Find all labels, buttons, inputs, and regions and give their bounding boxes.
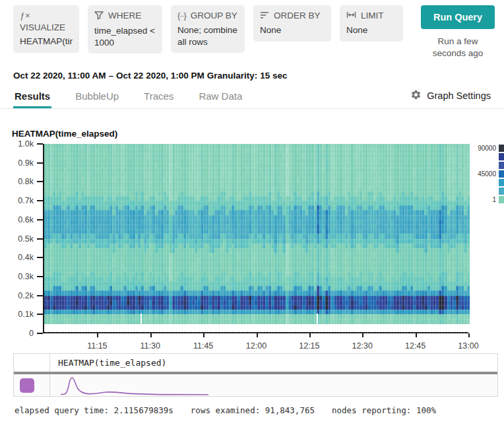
fx-icon: ƒ× <box>20 11 73 20</box>
range-icon <box>346 11 356 20</box>
y-axis-tick <box>37 143 43 145</box>
legend-value-label: 90000 <box>478 145 496 152</box>
summary-table: HEATMAP(time_elapsed) <box>13 353 498 397</box>
granularity-value: 15 sec <box>260 71 287 81</box>
group-by-label: GROUP BY <box>191 11 237 21</box>
legend-value-label: 45000 <box>478 170 496 178</box>
tab-results[interactable]: Results <box>13 90 51 108</box>
results-tab-bar: Results BubbleUp Traces Raw Data Graph S… <box>0 81 504 109</box>
visualize-value: HEATMAP(time <box>20 36 73 48</box>
chart-section: HEATMAP(time_elapsed) 00.1k0.2k0.3k0.4k0… <box>0 129 504 333</box>
query-builder-bar: ƒ× VISUALIZE HEATMAP(time WHERE time_ela… <box>0 0 504 59</box>
y-axis-tick <box>37 238 43 240</box>
curly-braces-icon: {··} <box>177 11 186 21</box>
legend-color-swatch <box>499 153 504 160</box>
summary-table-header-row: HEATMAP(time_elapsed) <box>14 354 497 372</box>
visualize-panel[interactable]: ƒ× VISUALIZE HEATMAP(time <box>13 5 79 53</box>
time-range-end: Oct 22 2020, 1:00 PM <box>116 71 205 81</box>
y-axis-tick-label: 0.2k <box>18 291 34 300</box>
x-axis-tick-label: 12:15 <box>299 341 319 351</box>
distribution-sparkline <box>58 376 269 395</box>
legend-value-label: 1 <box>492 196 496 203</box>
gear-icon <box>410 89 422 102</box>
order-by-label: ORDER BY <box>274 11 321 21</box>
limit-label: LIMIT <box>361 11 384 21</box>
last-run-caption: Run a few seconds ago <box>427 36 488 59</box>
order-by-value: None <box>260 24 325 36</box>
y-axis: 00.1k0.2k0.3k0.4k0.5k0.6k0.7k0.8k0.9k1.0… <box>12 144 43 333</box>
y-axis-tick-label: 0 <box>29 329 34 338</box>
x-axis-tick <box>203 333 205 337</box>
x-axis-tick-label: 13:00 <box>458 341 478 351</box>
x-axis-tick <box>97 333 98 337</box>
x-axis-tick-label: 12:45 <box>405 341 425 351</box>
order-by-panel[interactable]: ORDER BY None <box>253 5 331 42</box>
legend-swatches <box>499 144 504 207</box>
where-panel[interactable]: WHERE time_elapsed < 1000 <box>88 5 162 53</box>
summary-header-label: HEATMAP(time_elapsed) <box>50 354 497 372</box>
summary-table-row[interactable] <box>14 374 497 396</box>
y-axis-tick <box>37 295 43 296</box>
y-axis-tick-label: 0.1k <box>18 310 34 319</box>
y-axis-tick <box>37 181 43 182</box>
legend-color-swatch <box>499 145 504 152</box>
y-axis-tick-label: 0.5k <box>18 234 34 244</box>
where-label: WHERE <box>108 11 141 21</box>
y-axis-tick-label: 0.4k <box>18 253 34 262</box>
limit-value: None <box>346 24 396 36</box>
legend-color-swatch <box>499 187 504 195</box>
elapsed-query-time: elapsed query time: 2.115679839s <box>15 405 173 415</box>
time-range-start: Oct 22 2020, 11:00 AM <box>13 71 106 81</box>
legend-color-swatch <box>499 162 504 169</box>
y-axis-tick-label: 0.9k <box>18 158 34 168</box>
chart-title: HEATMAP(time_elapsed) <box>12 129 504 139</box>
x-axis-tick-label: 11:15 <box>87 341 107 351</box>
filter-funnel-icon <box>94 11 104 22</box>
summary-header-swatch-cell <box>14 354 50 372</box>
heatmap-canvas[interactable] <box>44 144 470 333</box>
x-axis-tick <box>362 333 363 337</box>
sort-lines-icon <box>260 11 269 20</box>
color-scale-legend: 90000450001 <box>472 144 504 207</box>
graph-settings-button[interactable]: Graph Settings <box>410 89 491 108</box>
query-status-bar: elapsed query time: 2.115679839s rows ex… <box>15 405 491 415</box>
graph-settings-label: Graph Settings <box>427 90 491 101</box>
x-axis-tick <box>468 333 470 337</box>
where-value: time_elapsed < 1000 <box>94 25 156 48</box>
legend-color-swatch <box>499 179 504 186</box>
run-query-area: Run Query Run a few seconds ago <box>421 5 495 59</box>
legend-color-swatch <box>499 170 504 178</box>
x-axis-tick-label: 12:00 <box>246 341 267 351</box>
heatmap-plot-area[interactable]: 11:1511:3011:4512:0012:1512:3012:4513:00 <box>43 144 468 333</box>
y-axis-tick-label: 0.6k <box>18 215 34 224</box>
limit-panel[interactable]: LIMIT None <box>340 5 403 42</box>
legend-color-swatch <box>499 196 504 203</box>
time-range[interactable]: Oct 22 2020, 11:00 AM–Oct 22 2020, 1:00 … <box>0 59 504 81</box>
y-axis-tick <box>37 257 43 258</box>
y-axis-tick <box>37 333 43 334</box>
time-range-separator: – <box>109 71 114 81</box>
x-axis-tick <box>150 333 152 337</box>
y-axis-tick <box>37 276 43 277</box>
y-axis-tick-label: 1.0k <box>18 139 34 149</box>
x-axis-tick <box>257 333 258 337</box>
x-axis-tick-label: 11:30 <box>141 341 160 351</box>
y-axis-tick-label: 0.3k <box>18 272 34 281</box>
x-axis-tick-label: 11:45 <box>193 341 213 351</box>
y-axis-tick <box>37 314 43 315</box>
x-axis-tick <box>416 333 417 337</box>
granularity-label: Granularity: <box>207 71 258 81</box>
series-swatch <box>20 378 34 393</box>
tab-bubbleup[interactable]: BubbleUp <box>74 90 120 108</box>
run-query-button[interactable]: Run Query <box>421 5 495 29</box>
group-by-panel[interactable]: {··} GROUP BY None; combine all rows <box>171 5 245 53</box>
nodes-reporting: nodes reporting: 100% <box>332 405 436 415</box>
visualize-label: VISUALIZE <box>20 22 73 32</box>
tab-traces[interactable]: Traces <box>142 90 175 108</box>
x-axis-tick-label: 12:30 <box>352 341 373 351</box>
tab-raw-data[interactable]: Raw Data <box>197 90 243 108</box>
legend-labels: 90000450001 <box>472 144 496 207</box>
x-axis-tick <box>309 333 311 337</box>
y-axis-tick <box>37 200 43 201</box>
y-axis-tick <box>37 162 43 164</box>
